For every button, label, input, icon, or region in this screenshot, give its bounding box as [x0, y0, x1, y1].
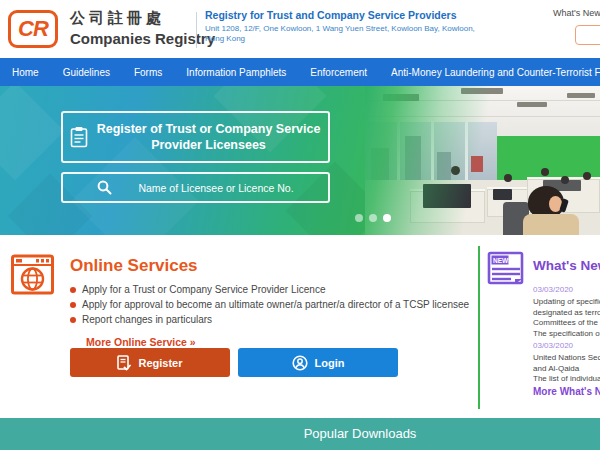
column-divider: [478, 246, 480, 409]
clipboard-icon: [70, 126, 88, 148]
banner-title: Register of Trust or Company Service Pro…: [96, 121, 321, 153]
nav-item-information-pamphlets[interactable]: Information Pamphlets: [174, 67, 298, 78]
bullet-icon: [70, 287, 76, 293]
online-services-title: Online Services: [70, 256, 198, 276]
news-item-text: The list of individuals, groups and enti…: [533, 374, 600, 385]
register-of-licensees-banner[interactable]: Register of Trust or Company Service Pro…: [61, 111, 330, 163]
carousel-dot-1[interactable]: [355, 214, 363, 222]
news-item-date: 03/03/2020: [533, 285, 600, 294]
nav-item-aml-ctf[interactable]: Anti-Money Laundering and Counter-Terror…: [379, 67, 600, 78]
org-name-english: Companies Registry: [70, 30, 215, 47]
news-item-text: United Nations Security Council List on …: [533, 353, 600, 364]
licensee-search-input[interactable]: Name of Licensee or Licence No.: [61, 172, 330, 203]
site-header: CR 公司註冊處 Companies Registry Registry for…: [0, 0, 600, 58]
nav-item-forms[interactable]: Forms: [122, 67, 174, 78]
hex-pattern: [0, 86, 64, 180]
register-button-label: Register: [138, 357, 182, 369]
login-button[interactable]: Login: [238, 348, 398, 377]
news-item-text: designated as terrorists or associates b…: [533, 308, 600, 319]
main-nav: Home Guidelines Forms Information Pamphl…: [0, 58, 600, 86]
online-service-link-report-changes[interactable]: Report changes in particulars: [70, 314, 212, 325]
news-item-text: Updating of specification of names of pe…: [533, 297, 600, 308]
carousel-dot-2[interactable]: [369, 214, 377, 222]
news-item-1[interactable]: 03/03/2020 Updating of specification of …: [533, 285, 600, 339]
office-photo: [365, 86, 600, 235]
cr-logo[interactable]: CR: [8, 10, 58, 48]
online-services-globe-icon: [10, 252, 55, 297]
online-service-link-apply-licence[interactable]: Apply for a Trust or Company Service Pro…: [70, 284, 325, 295]
photo-green-overlay: [365, 86, 600, 235]
more-whats-new-link[interactable]: More What's New ›: [533, 386, 600, 397]
registry-address: Unit 1208, 12/F, One Kowloon, 1 Wang Yue…: [205, 24, 475, 44]
bullet-label: Apply for approval to become an ultimate…: [82, 299, 469, 310]
bullet-icon: [70, 302, 76, 308]
bullet-label: Report changes in particulars: [82, 314, 212, 325]
carousel-dot-3-active[interactable]: [383, 214, 391, 222]
svg-text:NEWS: NEWS: [493, 257, 513, 264]
news-item-2[interactable]: 03/03/2020 United Nations Security Counc…: [533, 341, 600, 385]
more-online-service-link[interactable]: More Online Service »: [86, 336, 196, 348]
cr-logo-text: CR: [18, 16, 48, 42]
login-button-label: Login: [315, 357, 345, 369]
nav-item-home[interactable]: Home: [0, 67, 51, 78]
carousel-dots: [355, 214, 391, 222]
header-divider: [196, 12, 197, 48]
hero-banner: Register of Trust or Company Service Pro…: [0, 86, 600, 235]
news-item-text: Committees of the United Nations Securit…: [533, 318, 600, 329]
news-item-text: and Al-Qaida: [533, 364, 600, 375]
online-service-link-apply-approval[interactable]: Apply for approval to become an ultimate…: [70, 299, 469, 310]
org-name-chinese: 公司註冊處: [70, 9, 165, 28]
login-user-icon: [292, 355, 308, 371]
bullet-icon: [70, 317, 76, 323]
register-button[interactable]: Register: [70, 348, 230, 377]
bullet-label: Apply for a Trust or Company Service Pro…: [82, 284, 325, 295]
address-line-2: Hong Kong: [205, 34, 475, 44]
news-item-text: The specification of names of relevant p…: [533, 329, 600, 340]
header-whats-new-link[interactable]: What's New: [553, 8, 600, 18]
news-item-date: 03/03/2020: [533, 341, 600, 350]
main-content: Online Services Apply for a Trust or Com…: [0, 235, 600, 418]
nav-item-guidelines[interactable]: Guidelines: [51, 67, 122, 78]
whats-new-title: What's New: [533, 258, 600, 273]
nav-item-enforcement[interactable]: Enforcement: [298, 67, 379, 78]
news-icon: NEWS: [487, 249, 525, 289]
header-action-button[interactable]: [575, 25, 600, 45]
popular-downloads-title: Popular Downloads: [304, 426, 417, 441]
popular-downloads-bar: Popular Downloads: [0, 418, 600, 450]
search-placeholder: Name of Licensee or Licence No.: [138, 182, 293, 194]
registry-title: Registry for Trust and Company Service P…: [205, 9, 505, 21]
address-line-1: Unit 1208, 12/F, One Kowloon, 1 Wang Yue…: [205, 24, 475, 34]
register-document-icon: [117, 355, 131, 371]
search-icon: [97, 180, 112, 195]
